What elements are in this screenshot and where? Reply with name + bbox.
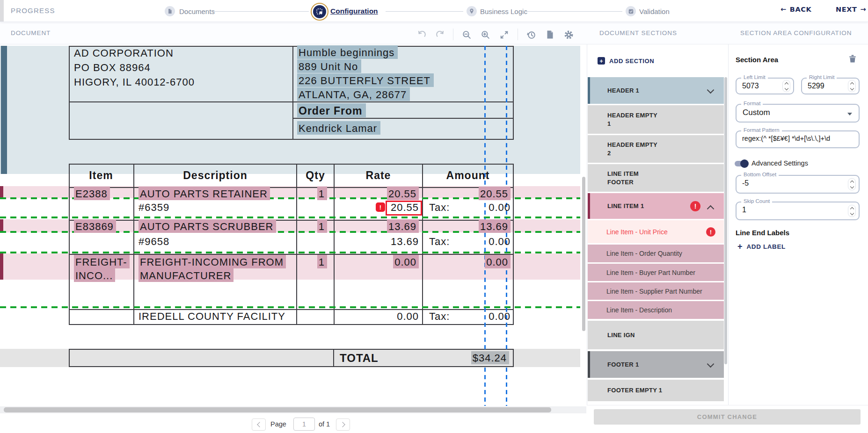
cell-item: FREIGHT- <box>74 256 130 268</box>
right-limit-input[interactable] <box>808 80 836 92</box>
advanced-settings-toggle-knob[interactable] <box>740 159 749 168</box>
column-header-qty: Qty <box>297 169 334 182</box>
commit-change-button[interactable]: COMMIT CHANGE <box>594 409 861 425</box>
skip-count-stepper[interactable] <box>848 205 856 217</box>
format-select[interactable]: Format Custom <box>736 104 860 123</box>
cell-tax: 0.00 <box>435 310 511 323</box>
shipto-line: 226 BUTTERFLY STREET <box>297 75 434 87</box>
total-label: TOTAL <box>340 352 379 365</box>
next-page-button[interactable] <box>336 419 350 431</box>
cell-description: IREDELL COUNTY FACILITY <box>139 310 285 323</box>
app-root: PROGRESS Documents Configuration Busines… <box>0 0 868 433</box>
sections-scrollbar[interactable] <box>724 77 727 364</box>
panel-divider <box>587 22 587 405</box>
cell-rate: 13.69 <box>334 221 419 233</box>
section-boundary-line[interactable] <box>0 252 580 253</box>
back-button[interactable]: ← BACK <box>780 6 811 13</box>
section-color-bar <box>588 193 590 219</box>
step-business-logic[interactable] <box>467 6 477 16</box>
section-field-order-quantity[interactable]: Line Item - Order Quantity <box>588 245 724 262</box>
zoom-out-icon <box>461 29 472 40</box>
prev-page-button[interactable] <box>252 419 266 431</box>
shipto-line: Humble beginnings <box>297 47 398 59</box>
error-badge-icon[interactable]: ! <box>376 202 385 212</box>
add-section-label: ADD SECTION <box>609 58 654 65</box>
stepper-up-icon <box>784 82 788 86</box>
step-documents[interactable] <box>165 6 175 16</box>
add-section-button[interactable]: + ADD SECTION <box>598 57 654 65</box>
redo-button[interactable] <box>434 29 446 41</box>
zoom-out-button[interactable] <box>460 29 473 41</box>
section-item-footer-empty-1[interactable]: FOOTER EMPTY 1 <box>588 380 724 401</box>
zoom-in-icon <box>480 29 491 40</box>
step-configuration-label[interactable]: Configuration <box>330 7 378 15</box>
step-business-logic-label[interactable]: Business Logic <box>480 7 527 15</box>
settings-button[interactable] <box>562 29 575 41</box>
bottom-offset-field[interactable]: Bottom Offset <box>736 175 860 194</box>
bottom-offset-stepper[interactable] <box>848 178 856 190</box>
total-value: $34.24 <box>422 352 509 364</box>
step-documents-label[interactable]: Documents <box>179 7 215 15</box>
page-number-input[interactable] <box>293 418 315 431</box>
right-limit-field[interactable]: Right Limit <box>801 78 860 94</box>
left-limit-stepper[interactable] <box>782 80 790 92</box>
section-field-description[interactable]: Line Item - Description <box>588 301 724 319</box>
section-item-label: LINE ITEM FOOTER <box>588 170 639 187</box>
next-button[interactable]: NEXT → <box>836 6 866 13</box>
advanced-settings-label: Advanced Settings <box>751 159 808 167</box>
step-validation-label[interactable]: Validation <box>639 7 670 15</box>
section-item-label: LINE ITEM 1 <box>588 202 644 210</box>
cell-description: AUTO PARTS SCRUBBER <box>139 221 276 233</box>
left-limit-field[interactable]: Left Limit <box>736 78 794 94</box>
right-limit-stepper[interactable] <box>848 80 856 92</box>
fullscreen-icon <box>499 29 510 40</box>
section-field-label: Line Item - Supplier Part Number <box>588 288 702 295</box>
cell-amount: 13.69 <box>422 221 511 233</box>
add-label-button[interactable]: + ADD LABEL <box>737 242 786 251</box>
delete-section-button[interactable] <box>848 54 857 63</box>
section-field-unit-price[interactable]: Line Item - Unit Price ! <box>588 220 724 243</box>
arrow-right-icon: → <box>861 6 867 13</box>
skip-count-field[interactable]: Skip Count <box>736 202 860 220</box>
history-button[interactable] <box>525 29 537 41</box>
section-item-header1[interactable]: HEADER 1 <box>588 77 724 104</box>
vendor-address-line: AD CORPORATION <box>74 47 174 59</box>
document-page-button[interactable] <box>544 29 556 41</box>
section-item-line-item-footer[interactable]: LINE ITEM FOOTER <box>588 164 724 192</box>
gear-icon <box>563 29 574 40</box>
skip-count-input[interactable] <box>742 204 826 216</box>
panel-divider <box>728 22 729 405</box>
unit-price-error-box[interactable] <box>386 201 422 216</box>
section-field-label: Line Item - Description <box>588 306 672 314</box>
step-validation[interactable] <box>626 6 636 16</box>
bottom-offset-input[interactable] <box>742 177 826 189</box>
cell-description: AUTO PARTS RETAINER <box>139 188 270 200</box>
fullscreen-button[interactable] <box>498 29 510 41</box>
section-item-line-item-1[interactable]: LINE ITEM 1 ! <box>588 193 724 219</box>
section-item-header-empty-2[interactable]: HEADER EMPTY 2 <box>588 135 724 163</box>
section-boundary-line[interactable] <box>0 216 580 218</box>
format-pattern-input[interactable] <box>742 132 854 144</box>
document-vertical-scrollbar[interactable] <box>582 177 585 331</box>
document-horizontal-scrollbar-thumb[interactable] <box>4 407 551 412</box>
chevron-down-icon <box>707 361 715 368</box>
cell-item: E83869 <box>74 221 116 233</box>
step-configuration[interactable] <box>311 3 328 21</box>
section-field-buyer-part-number[interactable]: Line Item - Buyer Part Number <box>588 264 724 281</box>
left-limit-input[interactable] <box>742 80 770 92</box>
undo-button[interactable] <box>416 29 428 41</box>
stepper-up-icon <box>850 82 853 86</box>
cell-description: MANUFACTURER <box>139 270 233 282</box>
cell-tax: 0.00 <box>435 202 511 214</box>
section-field-supplier-part-number[interactable]: Line Item - Supplier Part Number <box>588 282 724 300</box>
section-boundary-line[interactable] <box>0 306 580 308</box>
format-pattern-field[interactable]: Format Pattern <box>736 130 860 148</box>
trash-icon <box>848 54 857 63</box>
zoom-in-button[interactable] <box>479 29 491 41</box>
section-item-header-empty-1[interactable]: HEADER EMPTY 1 <box>588 105 724 134</box>
table-border <box>69 324 514 325</box>
table-border <box>292 118 514 119</box>
section-item-line-ign[interactable]: LINE IGN <box>588 321 724 349</box>
section-item-footer-1[interactable]: FOOTER 1 <box>588 351 724 378</box>
document-panel-title: DOCUMENT <box>11 29 51 36</box>
